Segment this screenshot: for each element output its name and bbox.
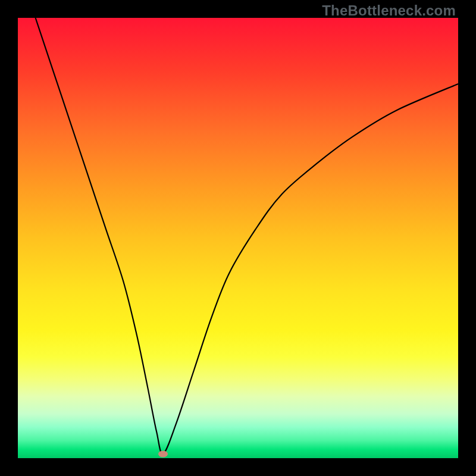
plot-area [18, 18, 458, 458]
bottleneck-curve [18, 18, 458, 458]
watermark-text: TheBottleneck.com [322, 2, 456, 19]
optimal-marker [158, 450, 168, 457]
chart-frame: TheBottleneck.com [0, 0, 476, 476]
curve-path [36, 18, 458, 454]
